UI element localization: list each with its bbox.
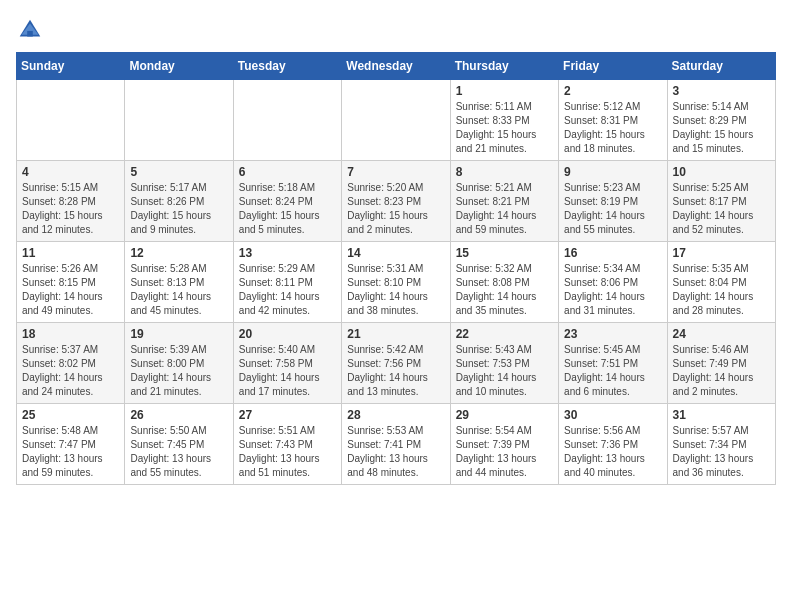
day-info: Sunrise: 5:26 AM Sunset: 8:15 PM Dayligh… — [22, 262, 119, 318]
day-number: 5 — [130, 165, 227, 179]
day-info: Sunrise: 5:29 AM Sunset: 8:11 PM Dayligh… — [239, 262, 336, 318]
day-info: Sunrise: 5:50 AM Sunset: 7:45 PM Dayligh… — [130, 424, 227, 480]
calendar-cell: 2Sunrise: 5:12 AM Sunset: 8:31 PM Daylig… — [559, 80, 667, 161]
day-number: 14 — [347, 246, 444, 260]
day-of-week-header: Wednesday — [342, 53, 450, 80]
calendar-cell: 1Sunrise: 5:11 AM Sunset: 8:33 PM Daylig… — [450, 80, 558, 161]
calendar-cell: 9Sunrise: 5:23 AM Sunset: 8:19 PM Daylig… — [559, 161, 667, 242]
calendar-cell — [125, 80, 233, 161]
day-of-week-header: Saturday — [667, 53, 775, 80]
day-info: Sunrise: 5:40 AM Sunset: 7:58 PM Dayligh… — [239, 343, 336, 399]
day-number: 16 — [564, 246, 661, 260]
day-info: Sunrise: 5:48 AM Sunset: 7:47 PM Dayligh… — [22, 424, 119, 480]
day-info: Sunrise: 5:25 AM Sunset: 8:17 PM Dayligh… — [673, 181, 770, 237]
day-number: 2 — [564, 84, 661, 98]
day-number: 26 — [130, 408, 227, 422]
calendar-cell: 20Sunrise: 5:40 AM Sunset: 7:58 PM Dayli… — [233, 323, 341, 404]
calendar-body: 1Sunrise: 5:11 AM Sunset: 8:33 PM Daylig… — [17, 80, 776, 485]
calendar-cell — [17, 80, 125, 161]
day-number: 23 — [564, 327, 661, 341]
header — [16, 16, 776, 44]
calendar-header: SundayMondayTuesdayWednesdayThursdayFrid… — [17, 53, 776, 80]
logo-icon — [16, 16, 44, 44]
calendar-cell: 23Sunrise: 5:45 AM Sunset: 7:51 PM Dayli… — [559, 323, 667, 404]
calendar-cell — [233, 80, 341, 161]
day-number: 30 — [564, 408, 661, 422]
calendar-cell: 29Sunrise: 5:54 AM Sunset: 7:39 PM Dayli… — [450, 404, 558, 485]
day-number: 8 — [456, 165, 553, 179]
day-info: Sunrise: 5:54 AM Sunset: 7:39 PM Dayligh… — [456, 424, 553, 480]
day-number: 1 — [456, 84, 553, 98]
calendar-cell: 19Sunrise: 5:39 AM Sunset: 8:00 PM Dayli… — [125, 323, 233, 404]
day-info: Sunrise: 5:12 AM Sunset: 8:31 PM Dayligh… — [564, 100, 661, 156]
calendar-cell: 5Sunrise: 5:17 AM Sunset: 8:26 PM Daylig… — [125, 161, 233, 242]
day-info: Sunrise: 5:23 AM Sunset: 8:19 PM Dayligh… — [564, 181, 661, 237]
day-info: Sunrise: 5:21 AM Sunset: 8:21 PM Dayligh… — [456, 181, 553, 237]
day-number: 4 — [22, 165, 119, 179]
day-of-week-header: Monday — [125, 53, 233, 80]
calendar-week-row: 11Sunrise: 5:26 AM Sunset: 8:15 PM Dayli… — [17, 242, 776, 323]
day-number: 18 — [22, 327, 119, 341]
day-info: Sunrise: 5:28 AM Sunset: 8:13 PM Dayligh… — [130, 262, 227, 318]
day-info: Sunrise: 5:57 AM Sunset: 7:34 PM Dayligh… — [673, 424, 770, 480]
day-number: 9 — [564, 165, 661, 179]
day-info: Sunrise: 5:17 AM Sunset: 8:26 PM Dayligh… — [130, 181, 227, 237]
day-info: Sunrise: 5:11 AM Sunset: 8:33 PM Dayligh… — [456, 100, 553, 156]
day-info: Sunrise: 5:43 AM Sunset: 7:53 PM Dayligh… — [456, 343, 553, 399]
day-number: 7 — [347, 165, 444, 179]
calendar-cell: 25Sunrise: 5:48 AM Sunset: 7:47 PM Dayli… — [17, 404, 125, 485]
day-number: 12 — [130, 246, 227, 260]
day-number: 28 — [347, 408, 444, 422]
calendar-cell — [342, 80, 450, 161]
calendar-cell: 15Sunrise: 5:32 AM Sunset: 8:08 PM Dayli… — [450, 242, 558, 323]
calendar-week-row: 4Sunrise: 5:15 AM Sunset: 8:28 PM Daylig… — [17, 161, 776, 242]
calendar-cell: 18Sunrise: 5:37 AM Sunset: 8:02 PM Dayli… — [17, 323, 125, 404]
day-of-week-header: Friday — [559, 53, 667, 80]
day-info: Sunrise: 5:46 AM Sunset: 7:49 PM Dayligh… — [673, 343, 770, 399]
calendar-cell: 31Sunrise: 5:57 AM Sunset: 7:34 PM Dayli… — [667, 404, 775, 485]
day-number: 10 — [673, 165, 770, 179]
day-info: Sunrise: 5:37 AM Sunset: 8:02 PM Dayligh… — [22, 343, 119, 399]
day-info: Sunrise: 5:34 AM Sunset: 8:06 PM Dayligh… — [564, 262, 661, 318]
calendar-week-row: 25Sunrise: 5:48 AM Sunset: 7:47 PM Dayli… — [17, 404, 776, 485]
day-number: 22 — [456, 327, 553, 341]
calendar-cell: 16Sunrise: 5:34 AM Sunset: 8:06 PM Dayli… — [559, 242, 667, 323]
day-number: 27 — [239, 408, 336, 422]
calendar-cell: 22Sunrise: 5:43 AM Sunset: 7:53 PM Dayli… — [450, 323, 558, 404]
day-number: 6 — [239, 165, 336, 179]
day-number: 24 — [673, 327, 770, 341]
day-info: Sunrise: 5:39 AM Sunset: 8:00 PM Dayligh… — [130, 343, 227, 399]
calendar-cell: 10Sunrise: 5:25 AM Sunset: 8:17 PM Dayli… — [667, 161, 775, 242]
calendar-cell: 27Sunrise: 5:51 AM Sunset: 7:43 PM Dayli… — [233, 404, 341, 485]
day-info: Sunrise: 5:53 AM Sunset: 7:41 PM Dayligh… — [347, 424, 444, 480]
calendar: SundayMondayTuesdayWednesdayThursdayFrid… — [16, 52, 776, 485]
calendar-cell: 3Sunrise: 5:14 AM Sunset: 8:29 PM Daylig… — [667, 80, 775, 161]
calendar-cell: 7Sunrise: 5:20 AM Sunset: 8:23 PM Daylig… — [342, 161, 450, 242]
calendar-cell: 30Sunrise: 5:56 AM Sunset: 7:36 PM Dayli… — [559, 404, 667, 485]
day-number: 25 — [22, 408, 119, 422]
calendar-cell: 14Sunrise: 5:31 AM Sunset: 8:10 PM Dayli… — [342, 242, 450, 323]
day-of-week-header: Tuesday — [233, 53, 341, 80]
calendar-cell: 12Sunrise: 5:28 AM Sunset: 8:13 PM Dayli… — [125, 242, 233, 323]
day-info: Sunrise: 5:56 AM Sunset: 7:36 PM Dayligh… — [564, 424, 661, 480]
day-info: Sunrise: 5:51 AM Sunset: 7:43 PM Dayligh… — [239, 424, 336, 480]
day-info: Sunrise: 5:20 AM Sunset: 8:23 PM Dayligh… — [347, 181, 444, 237]
day-number: 3 — [673, 84, 770, 98]
day-number: 20 — [239, 327, 336, 341]
day-number: 13 — [239, 246, 336, 260]
calendar-cell: 26Sunrise: 5:50 AM Sunset: 7:45 PM Dayli… — [125, 404, 233, 485]
day-number: 15 — [456, 246, 553, 260]
calendar-cell: 4Sunrise: 5:15 AM Sunset: 8:28 PM Daylig… — [17, 161, 125, 242]
day-info: Sunrise: 5:18 AM Sunset: 8:24 PM Dayligh… — [239, 181, 336, 237]
day-number: 17 — [673, 246, 770, 260]
day-number: 21 — [347, 327, 444, 341]
logo — [16, 16, 48, 44]
calendar-cell: 6Sunrise: 5:18 AM Sunset: 8:24 PM Daylig… — [233, 161, 341, 242]
day-info: Sunrise: 5:45 AM Sunset: 7:51 PM Dayligh… — [564, 343, 661, 399]
calendar-cell: 24Sunrise: 5:46 AM Sunset: 7:49 PM Dayli… — [667, 323, 775, 404]
svg-rect-2 — [27, 31, 33, 37]
day-info: Sunrise: 5:15 AM Sunset: 8:28 PM Dayligh… — [22, 181, 119, 237]
calendar-cell: 28Sunrise: 5:53 AM Sunset: 7:41 PM Dayli… — [342, 404, 450, 485]
day-number: 29 — [456, 408, 553, 422]
calendar-week-row: 1Sunrise: 5:11 AM Sunset: 8:33 PM Daylig… — [17, 80, 776, 161]
